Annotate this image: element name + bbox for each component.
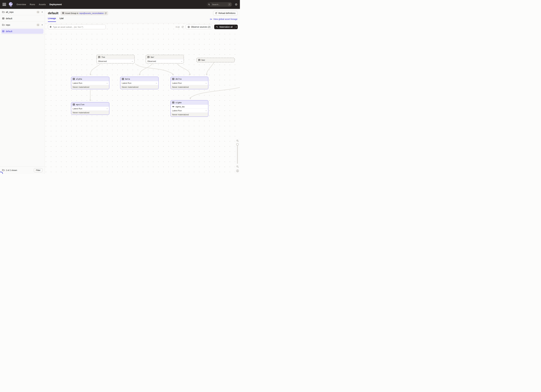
row-label: Never materialized [172, 113, 189, 116]
source-asset-icon [198, 59, 200, 61]
refresh-graph-icon[interactable] [182, 26, 184, 28]
job-icon [2, 17, 5, 20]
chevron-down-icon[interactable]: ▾ [42, 24, 42, 26]
source-asset-icon [147, 56, 150, 58]
row-label: Latest Run [172, 82, 182, 84]
view-global-lineage-link[interactable]: View global asset lineage [210, 18, 237, 22]
zoom-out-icon[interactable] [236, 165, 239, 168]
latest-run-row: Latest Run– [171, 109, 208, 112]
filter-button[interactable]: Filter [34, 168, 42, 172]
fit-to-view-icon[interactable] [236, 169, 239, 172]
row-value: – [181, 60, 182, 62]
asset-node-beta[interactable]: betaLatest Run–Never materialized [120, 76, 159, 89]
settings-gear-icon[interactable]: ⚙ [235, 3, 237, 6]
tab-list[interactable]: List [60, 17, 63, 22]
latest-run-row: Observed– [97, 59, 134, 63]
nav-item-assets[interactable]: Assets [39, 3, 46, 6]
materialize-all-button[interactable]: Materialize all ▾ [214, 25, 238, 29]
dagster-logo-icon[interactable] [8, 2, 13, 7]
asset-name: foo [101, 56, 105, 58]
sidebar-item-repo[interactable]: repo1▾ [0, 22, 45, 28]
row-value: – [206, 109, 207, 112]
tab-lineage[interactable]: Lineage [48, 17, 56, 22]
refresh-timer: 0:18 [176, 26, 179, 28]
asset-table-icon [172, 78, 174, 80]
sidebar-item-alt_repo[interactable]: alt_repo1▾ [0, 9, 45, 15]
asset-node-delta[interactable]: deltaLatest Run–Never materialized [171, 76, 208, 89]
materialize-all-label: Materialize all [219, 26, 233, 28]
help-bubble[interactable] [0, 172, 3, 174]
search-shortcut-badge: / [228, 3, 231, 6]
nav-item-runs[interactable]: Runs [30, 3, 35, 6]
materialization-status-row: Never materialized [120, 85, 158, 89]
latest-run-row: Latest Run– [171, 81, 208, 85]
asset-subset-input[interactable] [53, 26, 104, 28]
asset-group-header: default Asset Group in repo@assets_recon… [45, 9, 240, 23]
row-value: – [206, 82, 207, 84]
row-label: Latest Run [122, 82, 131, 84]
view-global-lineage-label: View global asset lineage [213, 18, 237, 20]
asset-group-prefix: Asset Group in [65, 12, 78, 14]
row-label: Never materialized [73, 112, 89, 114]
asset-name: sigma [176, 101, 182, 104]
reload-icon [215, 12, 217, 14]
asset-name: baz [202, 59, 205, 61]
search-input[interactable] [211, 3, 228, 6]
asset-table-icon [122, 78, 124, 80]
edge-bar-to-delta [177, 64, 191, 76]
shown-count-label: 2 of 2 shown [6, 169, 17, 171]
asset-group-tag: Asset Group in repo@assets_reconciliatio… [61, 11, 108, 15]
materialization-status-row: Never materialized [71, 111, 109, 115]
asset-node-alpha[interactable]: alphaLatest Run–Never materialized [71, 76, 109, 89]
asset-graph-icon [50, 26, 52, 28]
zoom-in-icon[interactable] [236, 139, 239, 142]
row-label: Latest Run [73, 82, 82, 84]
latest-run-row: Latest Run– [71, 81, 109, 85]
asset-node-baz[interactable]: baz [197, 58, 235, 62]
reload-definitions-button[interactable]: Reload definitions [213, 11, 237, 15]
folder-icon [2, 11, 5, 13]
folder-icon [2, 169, 5, 172]
sidebar-footer: 2 of 2 shown Filter [0, 167, 45, 174]
asset-name: alpha [76, 78, 82, 80]
lineage-graph-canvas[interactable]: fooObserved–barObserved–bazalphaLatest R… [45, 23, 240, 174]
row-label: Observed [98, 60, 107, 62]
edge-baz-to-delta [206, 62, 214, 76]
zoom-slider[interactable] [237, 143, 238, 164]
global-search[interactable]: / [207, 2, 232, 7]
repo-location-link[interactable]: repo@assets_reconciliation [79, 12, 104, 14]
row-label: Never materialized [73, 86, 89, 88]
sidebar-item-label: default [6, 30, 12, 33]
asset-node-foo[interactable]: fooObserved– [96, 55, 135, 63]
row-value: – [107, 82, 108, 84]
asset-subset-filter[interactable] [48, 25, 106, 29]
asset-group-icon [62, 12, 64, 15]
nav-item-overview[interactable]: Overview [16, 3, 26, 6]
latest-run-row: Latest Run– [71, 107, 109, 111]
observe-sources-button[interactable]: Observe sources (2) [186, 25, 213, 29]
edge-foo-to-delta [135, 64, 174, 76]
refresh-location-icon[interactable] [105, 12, 107, 14]
sidebar-item-default-selected[interactable]: default [0, 28, 45, 35]
latest-run-row: Observed– [146, 59, 184, 63]
asset-node-bar[interactable]: barObserved– [146, 55, 184, 63]
materialize-dropdown-caret[interactable]: ▾ [234, 25, 238, 29]
observe-eye-icon [187, 26, 190, 28]
row-label: Never materialized [122, 86, 138, 88]
row-label: Never materialized [172, 86, 189, 88]
asset-count-badge: 1 [36, 11, 40, 13]
row-label: sigma_tau [176, 106, 185, 108]
zoom-slider-knob[interactable] [236, 143, 239, 146]
materialization-status-row: Never materialized [171, 85, 208, 89]
nav-item-deployment[interactable]: Deployment [49, 3, 62, 6]
sidebar-item-label: alt_repo [6, 11, 14, 13]
asset-node-sigma[interactable]: sigmasigma_tauLatest Run–Never materiali… [171, 100, 208, 117]
asset-name: delta [176, 78, 182, 80]
asset-name: bar [151, 56, 154, 58]
hamburger-menu-icon[interactable] [2, 3, 6, 6]
chevron-down-icon[interactable]: ▾ [42, 11, 42, 13]
row-value: – [156, 82, 157, 84]
asset-node-epsilon[interactable]: epsilonLatest Run–Never materialized [71, 102, 109, 115]
sidebar-item-default[interactable]: default [0, 15, 45, 22]
reload-definitions-label: Reload definitions [218, 12, 235, 14]
